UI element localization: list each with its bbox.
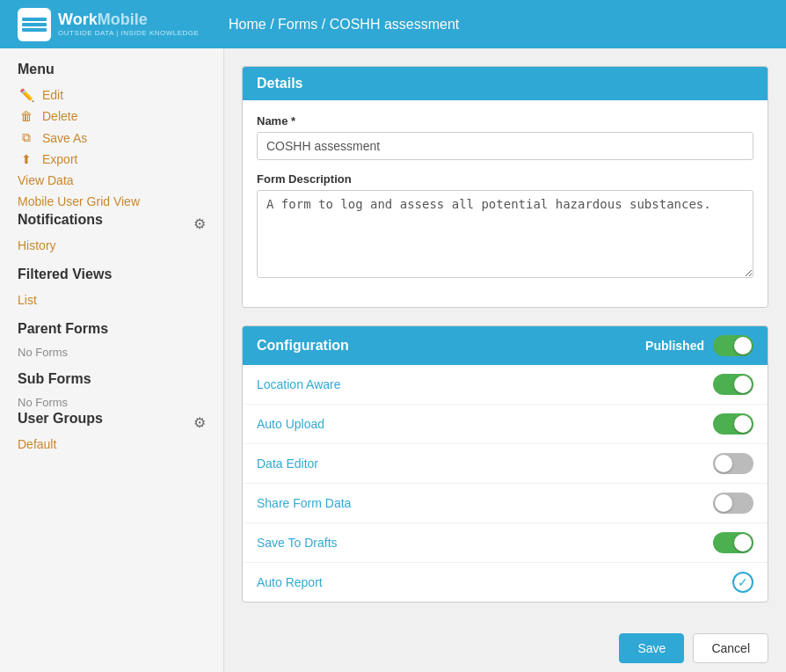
details-card-title: Details	[257, 76, 302, 91]
toggle-save-to-drafts-track[interactable]	[713, 532, 753, 553]
toggle-location-aware[interactable]	[713, 374, 753, 395]
toggle-save-to-drafts[interactable]	[713, 532, 753, 553]
config-row-share-form-data: Share Form Data	[243, 484, 768, 523]
footer-buttons: Save Cancel	[224, 625, 786, 672]
notifications-section-header: Notifications ⚙	[18, 212, 206, 235]
trash-icon: 🗑	[18, 109, 35, 123]
config-row-auto-upload: Auto Upload	[243, 405, 768, 444]
sidebar-item-history[interactable]: History	[18, 235, 206, 256]
details-card: Details Name * Form Description A form t…	[242, 66, 768, 308]
user-groups-section-header: User Groups ⚙	[18, 411, 206, 434]
cancel-button[interactable]: Cancel	[693, 633, 768, 663]
sub-forms-empty: No Forms	[18, 394, 206, 411]
published-toggle-thumb	[734, 337, 752, 354]
config-label-data-editor: Data Editor	[257, 457, 318, 471]
sidebar-item-view-data[interactable]: View Data	[18, 170, 206, 191]
published-label: Published	[645, 339, 704, 353]
name-input[interactable]	[257, 132, 753, 160]
description-label: Form Description	[257, 172, 753, 186]
pencil-icon: ✏️	[18, 88, 35, 102]
toggle-auto-upload[interactable]	[713, 413, 753, 435]
save-button[interactable]: Save	[619, 633, 684, 663]
copy-icon: ⧉	[18, 130, 35, 145]
details-card-header: Details	[243, 67, 768, 100]
sidebar-item-edit-label: Edit	[42, 88, 63, 102]
configuration-card: Configuration Published Location Aware	[242, 325, 768, 603]
user-groups-gear-icon[interactable]: ⚙	[193, 414, 206, 431]
sidebar-item-list[interactable]: List	[18, 289, 206, 310]
sidebar-item-export[interactable]: ⬆ Export	[18, 149, 206, 170]
sidebar-item-delete[interactable]: 🗑 Delete	[18, 106, 206, 127]
sub-forms-title: Sub Forms	[18, 371, 206, 387]
config-row-location-aware: Location Aware	[243, 365, 768, 405]
config-card-header: Configuration Published	[243, 326, 768, 365]
main-content: Details Name * Form Description A form t…	[224, 48, 786, 625]
toggle-data-editor[interactable]	[713, 453, 753, 474]
sidebar-item-export-label: Export	[42, 152, 77, 166]
header: WorkMobile Outside Data | Inside Knowled…	[0, 0, 786, 48]
name-form-group: Name *	[257, 114, 753, 160]
details-card-body: Name * Form Description A form to log an…	[243, 100, 768, 307]
gear-icon[interactable]: ⚙	[193, 215, 206, 232]
filtered-views-title: Filtered Views	[18, 267, 206, 282]
sidebar: Menu ✏️ Edit 🗑 Delete ⧉ Save As ⬆ Export…	[0, 48, 224, 672]
config-label-location-aware: Location Aware	[257, 377, 340, 391]
logo-sub-text: Outside Data | Inside Knowledge	[58, 29, 199, 37]
description-form-group: Form Description A form to log and asses…	[257, 172, 753, 281]
export-icon: ⬆	[18, 152, 35, 166]
auto-report-checkbox[interactable]: ✓	[732, 572, 753, 593]
sidebar-item-default[interactable]: Default	[18, 434, 206, 455]
toggle-auto-upload-track[interactable]	[713, 413, 753, 435]
config-row-save-to-drafts: Save To Drafts	[243, 523, 768, 563]
sidebar-item-mobile-user-grid[interactable]: Mobile User Grid View	[18, 191, 206, 212]
toggle-share-form-data[interactable]	[713, 493, 753, 514]
config-label-share-form-data: Share Form Data	[257, 496, 351, 510]
parent-forms-title: Parent Forms	[18, 321, 206, 337]
toggle-share-form-data-track[interactable]	[713, 493, 753, 514]
published-row: Published	[645, 335, 753, 356]
parent-forms-empty: No Forms	[18, 344, 206, 361]
user-groups-title: User Groups	[18, 411, 103, 427]
logo-icon	[18, 8, 51, 41]
config-card-title: Configuration	[257, 338, 349, 354]
config-label-save-to-drafts: Save To Drafts	[257, 536, 338, 550]
sidebar-item-save-as-label: Save As	[42, 131, 87, 145]
published-toggle[interactable]	[713, 335, 753, 356]
name-label: Name *	[257, 114, 753, 128]
sidebar-item-delete-label: Delete	[42, 109, 77, 123]
breadcrumb: Home / Forms / COSHH assessment	[229, 17, 459, 33]
logo-area: WorkMobile Outside Data | Inside Knowled…	[18, 8, 229, 41]
logo-text: WorkMobile Outside Data | Inside Knowled…	[58, 11, 199, 37]
description-textarea[interactable]: A form to log and assess all potential h…	[257, 190, 753, 278]
config-row-auto-report: Auto Report ✓	[243, 563, 768, 602]
notifications-title: Notifications	[18, 212, 103, 228]
published-toggle-track[interactable]	[713, 335, 753, 356]
toggle-data-editor-track[interactable]	[713, 453, 753, 474]
toggle-location-aware-track[interactable]	[713, 374, 753, 395]
menu-section-title: Menu	[18, 62, 206, 77]
sidebar-item-save-as[interactable]: ⧉ Save As	[18, 127, 206, 149]
config-row-data-editor: Data Editor	[243, 444, 768, 484]
config-label-auto-report: Auto Report	[257, 575, 323, 589]
sidebar-item-edit[interactable]: ✏️ Edit	[18, 84, 206, 106]
config-label-auto-upload: Auto Upload	[257, 417, 324, 431]
logo-main-text: WorkMobile	[58, 11, 199, 29]
